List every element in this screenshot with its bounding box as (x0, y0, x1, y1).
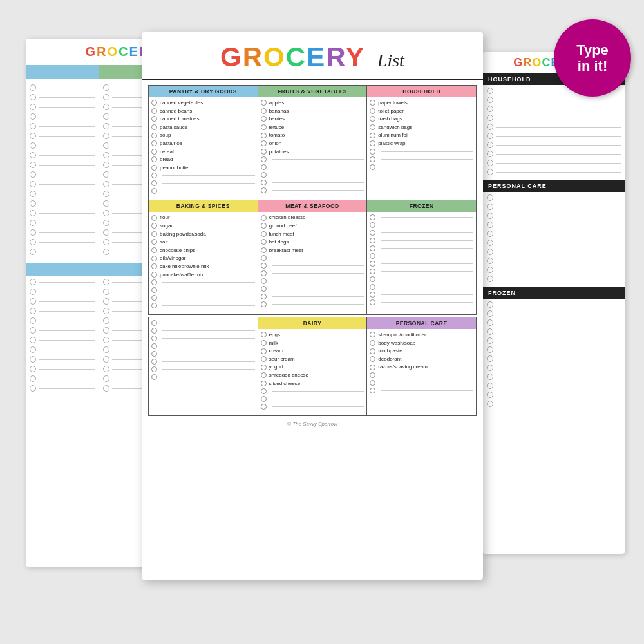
blank-underline (162, 354, 255, 354)
item-circle (261, 215, 267, 221)
blank-underline (162, 191, 255, 191)
blank-circle (151, 359, 157, 365)
item-circle (261, 223, 267, 229)
blank-circle (151, 180, 157, 186)
blank-underline (272, 391, 365, 392)
blank-line (370, 156, 473, 162)
back-col-4: for(let i=0;i<12;i++) document.write('<d… (26, 276, 99, 397)
item-circle (261, 231, 267, 237)
item-text: apples (269, 100, 285, 106)
item-text: oils/vinegar (160, 255, 185, 261)
item-circle (151, 100, 157, 106)
item-text: pancake/waffle mix (160, 272, 204, 278)
list-item: ground beef (261, 223, 365, 229)
list-item: cream (261, 348, 365, 354)
item-text: ground beef (269, 223, 297, 229)
list-item: tomato (261, 132, 365, 138)
list-item: body wash/soap (370, 340, 473, 346)
blank-circle (261, 164, 267, 170)
blank-underline (272, 258, 365, 258)
blank-circle (261, 396, 267, 402)
pantry-items: canned vegetablescanned beanscanned toma… (149, 97, 258, 200)
list-item: onion (261, 140, 365, 147)
blank-underline (381, 383, 473, 383)
household-cell: HOUSEHOLD paper towelstoilet papertrash … (367, 86, 477, 200)
item-text: deodorant (378, 356, 401, 363)
item-circle (151, 116, 157, 122)
personal-care-cell: PERSONAL CARE shampoo/conditionerbody wa… (367, 317, 477, 416)
blank-underline (272, 289, 365, 289)
blank-circle (261, 388, 267, 394)
blank-line (151, 336, 255, 341)
item-text: canned beans (160, 108, 192, 115)
blank-line (370, 261, 473, 267)
letter-r2: R (326, 42, 346, 72)
personal-care-header: PERSONAL CARE (367, 317, 476, 329)
blank-circle (370, 380, 375, 386)
dairy-header: DAIRY (258, 317, 367, 329)
item-circle (151, 215, 157, 221)
blank-underline (162, 323, 255, 323)
item-text: soup (160, 132, 171, 138)
badge-line1: Type (576, 42, 609, 58)
blank-underline (162, 290, 255, 290)
blank-line (370, 245, 473, 251)
blank-underline (381, 256, 473, 256)
blank-line (370, 214, 473, 220)
list-item: trash bags (370, 116, 473, 122)
right-frozen-section: FROZEN for(let i=0;i<12;i++) document.wr… (483, 287, 625, 412)
blank-circle (261, 156, 267, 162)
item-text: paper towels (378, 100, 407, 106)
blank-underline (381, 263, 473, 264)
item-text: milk (269, 340, 278, 346)
item-circle (151, 263, 157, 269)
baking-cell: BAKING & SPICES floursugarbaking powder/… (149, 200, 258, 315)
blank-circle (151, 320, 157, 326)
item-circle (370, 116, 375, 122)
item-circle (151, 272, 157, 278)
blank-circle (261, 278, 267, 284)
item-circle (151, 223, 157, 229)
item-text: toilet paper (378, 108, 404, 115)
blank-underline (162, 298, 255, 298)
blank-underline (162, 305, 255, 306)
blank-circle (151, 303, 157, 308)
item-text: sugar (160, 223, 173, 229)
list-item: milk (261, 340, 365, 346)
blank-line (261, 156, 365, 162)
blank-line (151, 320, 255, 326)
item-circle (370, 356, 375, 362)
list-item: toilet paper (370, 108, 473, 115)
list-item: baking powder/soda (151, 231, 255, 238)
blank-underline (272, 182, 365, 183)
blank-underline (381, 279, 473, 279)
right-personal-section: PERSONAL CARE for(let i=0;i<10;i++) docu… (483, 180, 625, 287)
blank-circle (151, 336, 157, 341)
blank-circle (370, 222, 375, 228)
item-circle (261, 124, 267, 130)
item-text: canned tomatoes (160, 116, 199, 122)
blank-line (151, 343, 255, 349)
main-header: GROCERY List (142, 32, 483, 80)
list-item: plastic wrap (370, 140, 473, 147)
blank-line (261, 172, 365, 178)
list-item: salt (151, 239, 255, 245)
blank-line (261, 404, 365, 410)
dairy-cell: DAIRY eggsmilkcreamsour creamyogurtshred… (258, 317, 368, 416)
blank-circle (370, 292, 375, 298)
list-item: potatoes (261, 149, 365, 155)
item-text: bananas (269, 108, 289, 115)
blue-bar (26, 65, 99, 79)
blank-circle (370, 299, 375, 305)
item-text: hot dogs (269, 239, 289, 245)
fruits-cell: FRUITS & VEGETABLES applesbananasberries… (258, 86, 368, 200)
item-circle (370, 332, 375, 337)
blank-underline (381, 151, 473, 152)
item-text: tomato (269, 132, 285, 138)
blank-circle (370, 284, 375, 290)
item-text: flour (160, 214, 170, 221)
frozen-header: FROZEN (367, 200, 476, 212)
list-item: pancake/waffle mix (151, 272, 255, 278)
right-personal-lines: for(let i=0;i<10;i++) document.write('<d… (483, 192, 625, 287)
blank-circle (370, 156, 375, 162)
